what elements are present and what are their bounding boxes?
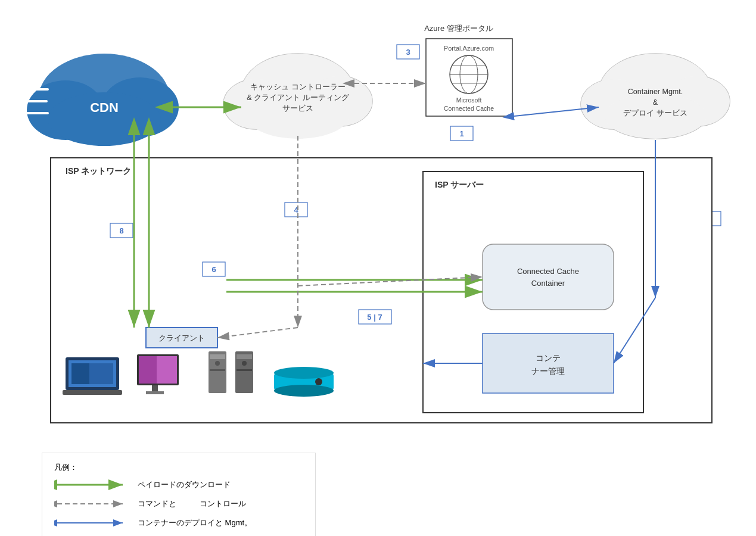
diagram-area: CDN キャッシュ コントローラー & クライアント ルーティング サービス A… <box>0 0 756 536</box>
isp-server-label: ISP サーバー <box>435 180 484 189</box>
svg-point-85 <box>315 378 322 385</box>
svg-text:コンテ: コンテ <box>536 353 561 363</box>
network-device-icon <box>274 367 334 397</box>
laptop-icon <box>63 357 122 395</box>
legend-blue-label: コンテナーのデプロイと Mgmt。 <box>138 518 252 528</box>
svg-rect-71 <box>139 356 157 384</box>
svg-rect-67 <box>71 363 89 384</box>
connected-cache-container-box: Connected Cache Container <box>483 244 614 310</box>
svg-rect-72 <box>152 385 158 391</box>
svg-rect-56 <box>483 244 614 310</box>
legend-row-gray: コマンドと コントロール <box>54 498 303 510</box>
svg-rect-68 <box>63 390 122 395</box>
legend-row-green: ペイロードのダウンロード <box>54 479 303 491</box>
legend-green-arrow-svg <box>54 479 126 491</box>
svg-text:8: 8 <box>119 226 123 235</box>
badge-4: 4 <box>285 202 307 217</box>
svg-rect-77 <box>210 369 225 371</box>
cdn-cloud: CDN <box>21 54 179 146</box>
svg-text:デプロイ サービス: デプロイ サービス <box>623 109 687 117</box>
svg-rect-81 <box>237 369 252 371</box>
svg-point-80 <box>242 361 247 366</box>
svg-text:サービス: サービス <box>282 104 313 113</box>
container-mgmt-cloud: Container Mgmt. & デプロイ サービス <box>581 54 730 139</box>
svg-text:3: 3 <box>406 48 410 57</box>
svg-text:5 | 7: 5 | 7 <box>367 313 382 322</box>
svg-text:Portal.Azure.com: Portal.Azure.com <box>444 45 494 52</box>
svg-text:クライアント: クライアント <box>158 334 205 342</box>
svg-point-83 <box>274 367 334 379</box>
svg-point-84 <box>274 385 334 397</box>
svg-text:&: & <box>653 98 658 107</box>
tower-pc-2-icon <box>235 351 253 393</box>
svg-rect-73 <box>146 391 164 394</box>
cache-controller-label: キャッシュ コントローラー <box>250 83 345 91</box>
svg-text:6: 6 <box>211 265 216 274</box>
svg-text:1: 1 <box>459 129 463 138</box>
badge-6: 6 <box>203 262 225 276</box>
svg-rect-79 <box>237 354 252 359</box>
legend-area: 凡例： ペイロードのダウンロード <box>42 453 316 536</box>
svg-text:Container: Container <box>531 279 565 288</box>
container-mgmt-cloud-label: Container Mgmt. <box>628 88 683 96</box>
legend-title: 凡例： <box>54 462 303 473</box>
azure-portal-label: Azure 管理ポータル <box>424 24 493 33</box>
tower-pc-1-icon <box>209 351 226 393</box>
legend-green-label: ペイロードのダウンロード <box>138 479 231 490</box>
architecture-diagram: CDN キャッシュ コントローラー & クライアント ルーティング サービス A… <box>18 12 739 441</box>
legend-blue-arrow-svg <box>54 517 126 529</box>
svg-text:Microsoft: Microsoft <box>456 96 482 104</box>
svg-rect-75 <box>210 354 225 359</box>
badge-8: 8 <box>110 223 133 238</box>
legend-row-blue: コンテナーのデプロイと Mgmt。 <box>54 517 303 529</box>
svg-rect-59 <box>483 334 614 393</box>
client-box: クライアント <box>146 328 217 348</box>
azure-portal-box: Portal.Azure.com Microsoft Connected Cac… <box>426 39 512 116</box>
svg-text:Connected Cache: Connected Cache <box>444 105 494 112</box>
legend-gray-arrow-svg <box>54 498 126 510</box>
svg-text:& クライアント ルーティング: & クライアント ルーティング <box>247 94 349 102</box>
cache-controller-cloud: キャッシュ コントローラー & クライアント ルーティング サービス <box>223 54 372 139</box>
legend-gray-label: コマンドと コントロール <box>138 498 246 509</box>
svg-point-76 <box>215 361 220 366</box>
container-management-box: コンテ ナー管理 <box>483 334 614 393</box>
svg-text:ナー管理: ナー管理 <box>531 366 565 376</box>
svg-text:Connected Cache: Connected Cache <box>517 267 579 276</box>
isp-network-label: ISP ネットワーク <box>66 166 131 176</box>
badge-3: 3 <box>397 45 419 59</box>
badge-5-7: 5 | 7 <box>359 310 391 324</box>
cdn-label: CDN <box>90 100 119 115</box>
badge-1: 1 <box>450 126 473 141</box>
